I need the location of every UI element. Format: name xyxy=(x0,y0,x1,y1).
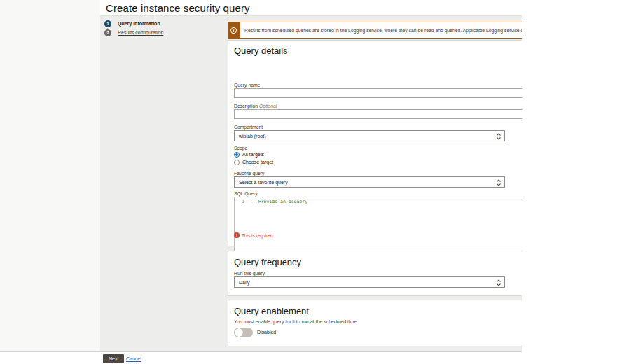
query-name-input[interactable] xyxy=(234,88,522,98)
banner-message: Results from scheduled queries are store… xyxy=(244,28,522,33)
description-label-text: Description xyxy=(234,104,258,108)
alert-circle-icon: ! xyxy=(230,27,237,34)
step-1-circle: 1 xyxy=(104,20,111,27)
query-details-card: Query details Query name Description Opt… xyxy=(228,40,522,246)
query-enablement-heading: Query enablement xyxy=(234,306,309,316)
frequency-selected-value: Daily xyxy=(239,280,250,285)
error-message: This is required xyxy=(242,233,272,238)
page-body: 1 Query information 2 Results configurat… xyxy=(100,16,522,351)
query-details-heading: Query details xyxy=(234,46,288,56)
run-this-query-label: Run this query xyxy=(234,271,265,276)
frequency-select[interactable]: Daily xyxy=(234,276,505,288)
step-2-label[interactable]: Results configuration xyxy=(118,30,163,35)
enable-query-toggle[interactable] xyxy=(234,328,253,337)
compartment-selected-value: wiplab (root) xyxy=(239,134,266,139)
scope-label: Scope xyxy=(234,146,247,150)
toggle-knob xyxy=(235,328,243,337)
next-button[interactable]: Next xyxy=(103,354,124,363)
query-name-label: Query name xyxy=(234,83,260,88)
step-2-circle: 2 xyxy=(104,29,111,36)
editor-code-comment: -- Provide an osquery xyxy=(250,199,307,204)
radio-choose-target[interactable] xyxy=(234,160,240,165)
step-1-label: Query information xyxy=(118,21,160,26)
favorite-query-label: Favorite query xyxy=(234,171,264,176)
query-enablement-card: Query enablement You must enable query f… xyxy=(228,300,522,346)
compartment-label: Compartment xyxy=(234,125,263,130)
error-circle-icon: ! xyxy=(234,232,240,238)
enablement-description: You must enable query for it to run at t… xyxy=(234,319,358,324)
radio-choose-target-label: Choose target xyxy=(242,160,273,164)
radio-all-targets-label: All targets xyxy=(242,152,264,157)
compartment-select[interactable]: wiplab (root) xyxy=(234,130,505,141)
description-optional-hint: Optional xyxy=(259,104,277,108)
description-label: Description Optional xyxy=(234,104,277,108)
cancel-link[interactable]: Cancel xyxy=(126,356,141,361)
banner-icon-block: ! xyxy=(228,22,240,38)
sql-query-editor[interactable]: 1 -- Provide an osquery xyxy=(234,197,522,253)
chevron-updown-icon xyxy=(496,132,502,141)
description-input[interactable] xyxy=(234,109,522,119)
chevron-updown-icon xyxy=(496,279,502,287)
chevron-updown-icon xyxy=(496,178,502,187)
left-margin xyxy=(0,0,100,351)
toggle-state-label: Disabled xyxy=(257,330,276,335)
query-frequency-heading: Query frequency xyxy=(234,257,301,267)
logging-charges-banner: ! Results from scheduled queries are sto… xyxy=(228,22,522,39)
editor-line-number: 1 xyxy=(235,199,244,204)
create-query-page: Create instance security query 1 Query i… xyxy=(0,0,622,364)
favorite-query-select[interactable]: Select a favorite query xyxy=(234,176,505,188)
favorite-query-selected-value: Select a favorite query xyxy=(239,180,288,185)
radio-all-targets[interactable] xyxy=(234,152,240,158)
page-header: Create instance security query xyxy=(100,0,522,16)
query-frequency-card: Query frequency Run this query Daily xyxy=(228,251,522,296)
sql-query-label: SQL Query xyxy=(234,191,258,196)
page-title: Create instance security query xyxy=(106,2,250,14)
footer-bar: Next Cancel xyxy=(0,351,522,364)
